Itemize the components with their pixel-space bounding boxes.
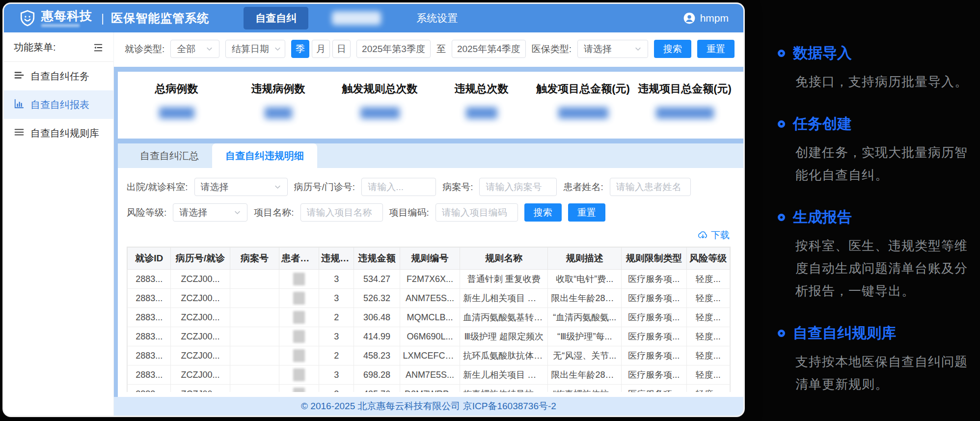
patient-name-blurred (293, 368, 305, 381)
user-menu[interactable]: hmpm (683, 12, 729, 25)
menu-fold-icon[interactable] (93, 42, 104, 53)
period-option-1[interactable]: 季 (291, 40, 309, 58)
item-code-label: 项目编码: (389, 206, 429, 219)
case-no-input[interactable] (479, 178, 557, 196)
cell-rule-name: 新生儿相关项目 违规使... (460, 365, 548, 385)
stat-item: 违规病例数 (227, 82, 329, 119)
table-row: 2883...ZCZJ00...2306.48MQMCLB...血清丙氨酸氨基转… (128, 308, 730, 327)
nav-item-blurred[interactable] (332, 11, 381, 25)
cell-rule-limit-type: 医疗服务项... (622, 327, 687, 346)
stat-item: 违规总次数 (431, 82, 532, 119)
patient-name-cell (279, 346, 319, 365)
app-header: 惠每科技 | 医保智能监管系统 自查自纠系统设置 hmpm (4, 4, 743, 32)
dept-select[interactable]: 请选择 (194, 178, 288, 196)
cell-violation-count: 3 (319, 327, 354, 346)
stat-value-blurred (466, 107, 497, 119)
promo-feature: 自查自纠规则库支持按本地医保自查自纠问题清单更新规则。 (778, 323, 968, 395)
date-to-input[interactable]: 2025年第4季度 (452, 40, 526, 58)
cell-visit-id: 2883... (128, 385, 171, 393)
cell-rule-desc: 限出生年龄28天... (548, 289, 622, 308)
patient-name-blurred (293, 292, 305, 305)
patient-name-blurred (293, 349, 305, 362)
table-row: 2883...ZCZJ00...2435.76D2M7WRP...梅毒螺旋体特异… (128, 385, 730, 393)
cell-case-no (230, 385, 279, 393)
table-column-header: 风险等级 (686, 248, 730, 270)
table-row: 2883...ZCZJ00...3534.27F2M7X6X...普通针刺 重复… (128, 270, 730, 289)
cell-rule-limit-type: 医疗服务项... (622, 365, 687, 385)
feature-description: 支持按本地医保自查自纠问题清单更新规则。 (795, 350, 968, 395)
patient-name-blurred (293, 311, 305, 324)
cell-rule-desc: 收取“电针”费... (548, 270, 622, 289)
item-code-input[interactable] (436, 203, 518, 222)
date-from-input[interactable]: 2025年第3季度 (356, 40, 431, 58)
visit-type-select[interactable]: 全部 (170, 40, 219, 58)
stat-value-blurred (360, 107, 400, 119)
rules-list-icon (14, 127, 25, 140)
stat-item: 违规项目总金额(元) (634, 82, 735, 119)
item-name-label: 项目名称: (254, 206, 294, 219)
brand-name: 惠每科技 (41, 10, 92, 22)
table-column-header: 规则编号 (400, 248, 460, 270)
cell-case-no (230, 346, 279, 365)
cell-rule-desc: “血清丙氨酸氨... (548, 308, 622, 327)
stat-label: 违规总次数 (431, 82, 532, 96)
cell-rule-code: MQMCLB... (400, 308, 460, 327)
table-row: 2883...ZCZJ00...3526.32ANM7E5S...新生儿相关项目… (128, 289, 730, 308)
report-chart-icon (14, 98, 25, 112)
nav-item[interactable]: 系统设置 (405, 7, 469, 29)
table-column-header: 规则名称 (460, 248, 548, 270)
cell-record-no: ZCZJ00... (171, 365, 230, 385)
feature-bullet-icon (778, 330, 785, 337)
sidebar-item-label: 自查自纠规则库 (30, 127, 99, 140)
main-content: 就诊类型: 全部 结算日期 季月日 2025年第3季度 (114, 32, 743, 416)
item-name-input[interactable] (300, 203, 383, 222)
cell-violation-count: 2 (319, 308, 354, 327)
period-option-2[interactable]: 月 (312, 40, 330, 58)
search-button-top[interactable]: 搜索 (654, 40, 691, 58)
patient-name-input[interactable] (610, 178, 691, 196)
risk-level-select[interactable]: 请选择 (173, 203, 247, 222)
filter-bar-top: 就诊类型: 全部 结算日期 季月日 2025年第3季度 (114, 32, 743, 64)
insurance-type-select[interactable]: 请选择 (577, 40, 648, 58)
cell-rule-name: 梅毒螺旋体特异抗体测... (460, 385, 548, 393)
stat-item: 触发规则总次数 (329, 82, 431, 119)
record-no-input[interactable] (361, 178, 436, 196)
tab[interactable]: 自查自纠汇总 (127, 143, 212, 168)
table-column-header: 病案号 (230, 248, 279, 270)
cell-rule-limit-type: 医疗服务项... (622, 308, 687, 327)
download-link[interactable]: 下载 (128, 229, 730, 242)
nav-item[interactable]: 自查自纠 (244, 7, 308, 29)
sidebar-item-default[interactable]: 自查自纠规则库 (4, 119, 113, 147)
feature-title: 数据导入 (793, 43, 852, 63)
violation-table-wrapper: 就诊ID病历号/就诊病案号患者名称违规数量违规金额规则编号规则名称规则描述规则限… (127, 247, 731, 392)
visit-type-label: 就诊类型: (125, 43, 164, 56)
patient-name-cell (279, 327, 319, 346)
cell-violation-count: 2 (319, 346, 354, 365)
reset-button-top[interactable]: 重置 (697, 40, 735, 58)
period-option-3[interactable]: 日 (332, 40, 351, 58)
sidebar-item-default[interactable]: 自查自纠任务 (4, 62, 113, 90)
feature-bullet-icon (778, 120, 785, 128)
sidebar-menu-header: 功能菜单: (4, 32, 113, 62)
cell-rule-name: 新生儿相关项目 违规使... (460, 289, 548, 308)
cell-rule-desc: “梅毒螺旋体抗... (548, 385, 622, 393)
tab-active[interactable]: 自查自纠违规明细 (212, 143, 317, 168)
chevron-down-icon (274, 183, 281, 191)
cell-violation-amount: 414.99 (354, 327, 400, 346)
reset-button-detail[interactable]: 重置 (568, 203, 605, 222)
search-button-detail[interactable]: 搜索 (524, 203, 562, 222)
cell-risk-level: 轻度... (686, 308, 730, 327)
cell-record-no: ZCZJ00... (171, 346, 230, 365)
cell-rule-desc: 无“风湿、关节... (548, 346, 622, 365)
table-column-header: 规则描述 (548, 248, 622, 270)
cell-rule-limit-type: 医疗服务项... (622, 385, 687, 393)
cell-visit-id: 2883... (128, 289, 171, 308)
chevron-down-icon (634, 45, 642, 53)
stat-value-blurred (159, 107, 194, 119)
user-avatar-icon (683, 12, 696, 25)
username: hmpm (700, 12, 729, 24)
feature-bullet-icon (778, 214, 785, 221)
date-type-select[interactable]: 结算日期 (225, 40, 285, 58)
feature-description: 按科室、医生、违规类型等维度自动生成问题清单台账及分析报告，一键导出。 (795, 234, 968, 302)
sidebar-item-active[interactable]: 自查自纠报表 (4, 90, 113, 119)
